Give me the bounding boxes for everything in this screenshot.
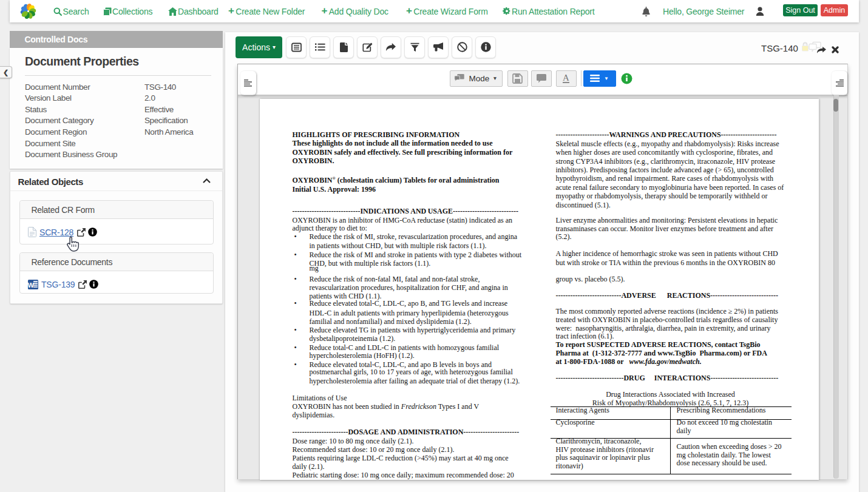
svg-text:W: W [28, 281, 34, 288]
